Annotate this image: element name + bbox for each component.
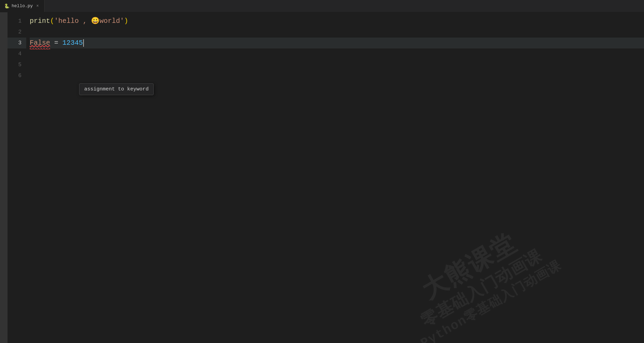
code-line-1: print('hello , 😀world') — [30, 16, 644, 27]
line-number-5: 5 — [8, 59, 26, 70]
code-editor[interactable]: print('hello , 😀world') False = 12345 as… — [26, 12, 644, 343]
token-false-keyword: False — [30, 38, 50, 48]
token-close-paren-1: ) — [124, 16, 128, 27]
error-tooltip: assignment to keyword — [79, 83, 154, 95]
watermark: 大熊课堂 零基础入门动画课 Python零基础入门动画课 — [393, 215, 564, 343]
python-file-icon: 🐍 — [4, 3, 10, 9]
line-number-2: 2 — [8, 27, 26, 38]
tooltip-message: assignment to keyword — [84, 86, 149, 92]
code-line-4 — [30, 48, 644, 59]
tab-filename: hello.py — [12, 3, 33, 9]
line-number-3: 3 — [8, 38, 26, 48]
text-cursor — [83, 39, 84, 47]
watermark-line2: 零基础入门动画课 — [408, 241, 556, 338]
line-numbers-gutter: 1 2 3 4 5 6 — [8, 12, 26, 343]
activity-bar — [0, 12, 8, 343]
token-number-value: 12345 — [62, 38, 83, 48]
editor-area: 1 2 3 4 5 6 print('hello , 😀world') Fals… — [0, 12, 644, 343]
token-equals: = — [50, 38, 62, 48]
code-line-2 — [30, 27, 644, 38]
line-number-1: 1 — [8, 16, 26, 27]
line-number-6: 6 — [8, 70, 26, 81]
token-open-paren-1: ( — [50, 16, 54, 27]
tab-close-button[interactable]: × — [35, 3, 40, 9]
tab-bar: 🐍 hello.py × — [0, 0, 644, 12]
tab-hello-py[interactable]: 🐍 hello.py × — [0, 0, 45, 12]
watermark-line1: 大熊课堂 — [393, 215, 546, 321]
token-print: print — [30, 16, 50, 27]
watermark-line3: Python零基础入门动画课 — [418, 258, 564, 343]
token-string-1: 'hello , 😀world' — [54, 16, 124, 27]
code-line-6 — [30, 70, 644, 81]
line-number-4: 4 — [8, 48, 26, 59]
code-line-3: False = 12345 — [30, 38, 644, 48]
code-line-5 — [30, 59, 644, 70]
